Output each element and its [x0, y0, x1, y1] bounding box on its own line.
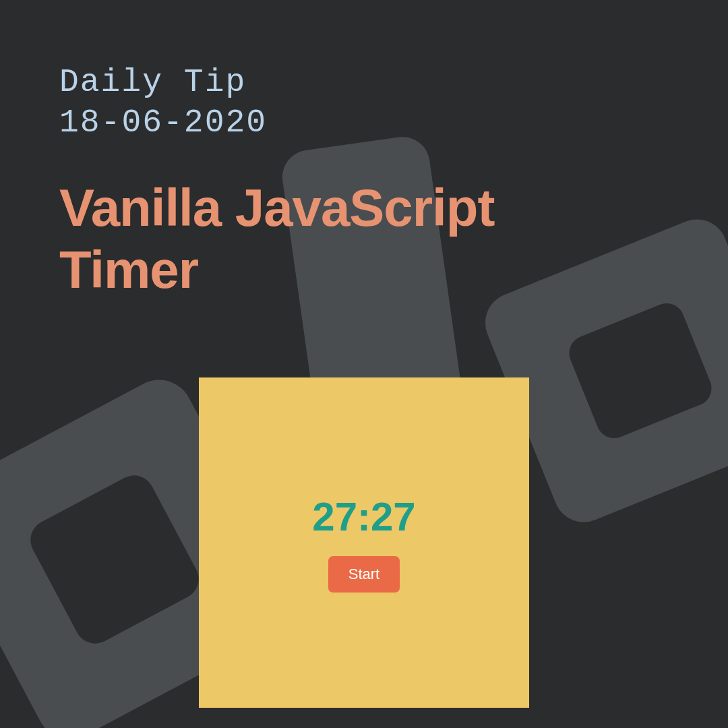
start-button[interactable]: Start	[328, 556, 400, 593]
tip-label-text: Daily Tip	[59, 62, 669, 102]
decorative-shape-inner	[24, 468, 206, 650]
timer-display: 27:27	[312, 493, 415, 540]
decorative-shape-inner	[564, 298, 717, 444]
title-line-2: Timer	[59, 240, 198, 299]
tip-date: 18-06-2020	[59, 102, 669, 143]
content-area: Daily Tip 18-06-2020 Vanilla JavaScript …	[0, 0, 728, 301]
tip-header: Daily Tip 18-06-2020	[59, 62, 669, 143]
title-line-1: Vanilla JavaScript	[59, 178, 494, 237]
timer-card: 27:27 Start	[199, 377, 529, 708]
page-title: Vanilla JavaScript Timer	[59, 177, 669, 301]
